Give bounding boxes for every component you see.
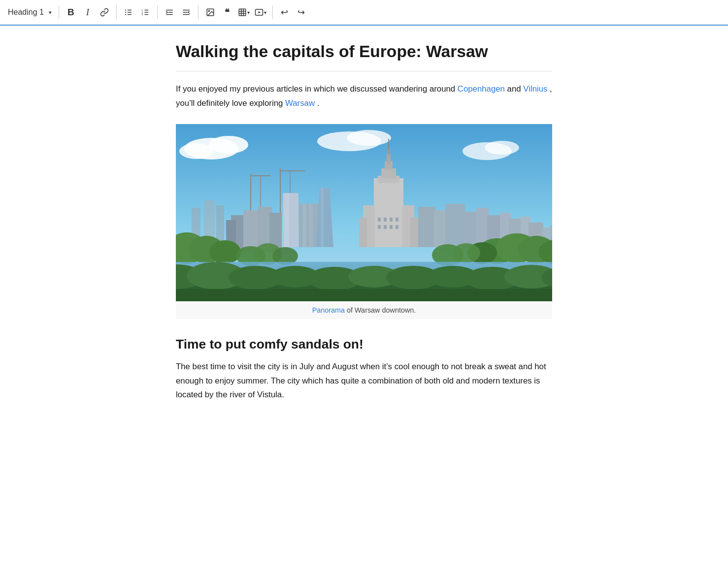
vilnius-link[interactable]: Vilnius xyxy=(523,84,547,94)
caption-text: of Warsaw downtown. xyxy=(345,306,416,314)
heading-selector[interactable]: Heading 1 ▾ xyxy=(5,4,55,20)
table-icon xyxy=(238,8,247,17)
undo-button[interactable]: ↩ xyxy=(277,4,293,20)
image-block: Panorama of Warsaw downtown. xyxy=(176,124,552,319)
svg-marker-26 xyxy=(258,11,261,14)
chevron-down-icon: ▾ xyxy=(49,9,52,16)
quote-button[interactable]: ❝ xyxy=(219,4,235,20)
svg-rect-69 xyxy=(445,204,465,247)
body-paragraph: The best time to visit the city is in Ju… xyxy=(176,360,552,402)
svg-point-3 xyxy=(125,9,126,10)
table-caret-icon: ▾ xyxy=(247,10,250,15)
warsaw-image xyxy=(176,124,552,301)
redo-icon: ↪ xyxy=(298,7,305,18)
intro-text-mid: and xyxy=(507,84,524,94)
warsaw-link[interactable]: Warsaw xyxy=(285,98,315,108)
italic-button[interactable]: I xyxy=(80,4,96,20)
svg-rect-66 xyxy=(410,218,418,247)
svg-rect-81 xyxy=(390,218,393,222)
svg-rect-70 xyxy=(463,212,478,247)
undo-icon: ↩ xyxy=(281,7,288,18)
image-caption: Panorama of Warsaw downtown. xyxy=(176,301,552,319)
svg-rect-79 xyxy=(378,218,381,222)
divider-2 xyxy=(116,5,117,19)
svg-point-102 xyxy=(453,243,480,263)
svg-rect-80 xyxy=(384,218,387,222)
svg-rect-53 xyxy=(309,204,313,247)
link-button[interactable] xyxy=(97,4,112,20)
copenhagen-link[interactable]: Copenhagen xyxy=(458,84,505,94)
intro-paragraph: If you enjoyed my previous articles in w… xyxy=(176,82,552,110)
toolbar: Heading 1 ▾ B I 1 2 3 xyxy=(0,0,728,26)
svg-rect-60 xyxy=(387,154,391,162)
svg-point-32 xyxy=(347,130,391,146)
intro-text-final: . xyxy=(317,98,320,108)
heading-selector-label: Heading 1 xyxy=(8,8,44,17)
divider-4 xyxy=(198,5,199,19)
svg-rect-52 xyxy=(302,204,306,247)
media-caret-icon: ▾ xyxy=(264,10,266,15)
svg-rect-82 xyxy=(396,218,398,222)
link-icon xyxy=(100,8,109,17)
bold-button[interactable]: B xyxy=(63,4,79,20)
svg-rect-65 xyxy=(359,218,367,247)
content-area: Walking the capitals of Europe: Warsaw I… xyxy=(152,26,576,432)
svg-rect-84 xyxy=(384,225,387,229)
divider-1 xyxy=(59,5,59,19)
redo-button[interactable]: ↪ xyxy=(294,4,309,20)
svg-point-30 xyxy=(179,143,214,159)
svg-point-19 xyxy=(208,10,209,11)
svg-rect-122 xyxy=(176,289,552,301)
indent-left-icon xyxy=(165,8,174,17)
svg-text:3: 3 xyxy=(141,13,143,16)
image-icon xyxy=(206,8,215,17)
indent-right-icon xyxy=(182,8,191,17)
bullet-list-icon xyxy=(124,8,133,17)
panorama-link[interactable]: Panorama xyxy=(312,306,345,314)
svg-rect-56 xyxy=(374,178,403,247)
divider-3 xyxy=(157,5,158,19)
svg-point-4 xyxy=(125,12,126,13)
svg-rect-20 xyxy=(239,9,246,16)
svg-rect-61 xyxy=(388,149,390,155)
svg-point-29 xyxy=(209,136,248,154)
media-icon xyxy=(255,8,264,17)
svg-rect-83 xyxy=(378,225,381,229)
svg-point-5 xyxy=(125,14,126,15)
svg-rect-50 xyxy=(284,193,289,247)
indent-left-button[interactable] xyxy=(162,4,177,20)
svg-point-34 xyxy=(485,141,519,155)
media-button[interactable]: ▾ xyxy=(253,4,268,20)
quote-icon: ❝ xyxy=(225,8,230,17)
numbered-list-button[interactable]: 1 2 3 xyxy=(137,4,153,20)
divider-5 xyxy=(272,5,273,19)
image-button[interactable] xyxy=(202,4,218,20)
bullet-list-button[interactable] xyxy=(121,4,136,20)
svg-rect-86 xyxy=(396,225,398,229)
indent-right-button[interactable] xyxy=(178,4,194,20)
svg-rect-46 xyxy=(243,210,261,252)
table-button[interactable]: ▾ xyxy=(236,4,252,20)
intro-text-start: If you enjoyed my previous articles in w… xyxy=(176,84,455,94)
svg-rect-85 xyxy=(390,225,393,229)
numbered-list-icon: 1 2 3 xyxy=(141,8,150,17)
svg-rect-67 xyxy=(418,207,435,247)
svg-rect-55 xyxy=(321,188,324,247)
title-divider xyxy=(176,71,552,71)
section-heading: Time to put comfy sandals on! xyxy=(176,337,552,352)
article-title: Walking the capitals of Europe: Warsaw xyxy=(176,41,552,62)
svg-point-90 xyxy=(209,240,241,264)
